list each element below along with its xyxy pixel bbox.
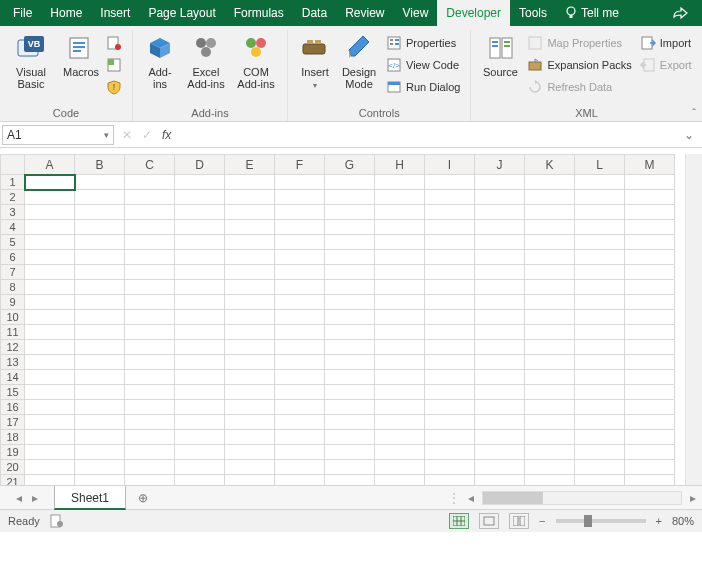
cell[interactable] <box>125 430 175 445</box>
cell[interactable] <box>175 175 225 190</box>
cell[interactable] <box>75 460 125 475</box>
cell[interactable] <box>325 175 375 190</box>
insert-control-button[interactable]: Insert ▾ <box>294 30 336 94</box>
cell[interactable] <box>275 340 325 355</box>
cell[interactable] <box>375 220 425 235</box>
cell[interactable] <box>625 430 675 445</box>
tab-insert[interactable]: Insert <box>91 0 139 26</box>
chevron-down-icon[interactable]: ▾ <box>104 130 109 140</box>
cell[interactable] <box>25 340 75 355</box>
cell[interactable] <box>625 280 675 295</box>
cell[interactable] <box>625 445 675 460</box>
cell[interactable] <box>225 205 275 220</box>
cell[interactable] <box>175 205 225 220</box>
row-header[interactable]: 5 <box>1 235 25 250</box>
cell[interactable] <box>425 340 475 355</box>
tab-formulas[interactable]: Formulas <box>225 0 293 26</box>
cell[interactable] <box>175 460 225 475</box>
cell[interactable] <box>525 325 575 340</box>
cell[interactable] <box>475 415 525 430</box>
cell[interactable] <box>625 370 675 385</box>
cell[interactable] <box>175 310 225 325</box>
properties-button[interactable]: Properties <box>382 32 464 54</box>
hscroll-right-button[interactable]: ▸ <box>690 491 696 505</box>
cell[interactable] <box>325 340 375 355</box>
cell[interactable] <box>325 295 375 310</box>
cell[interactable] <box>625 325 675 340</box>
design-mode-button[interactable]: Design Mode <box>336 30 382 92</box>
cell[interactable] <box>575 355 625 370</box>
cell[interactable] <box>275 475 325 487</box>
cell[interactable] <box>75 355 125 370</box>
cell[interactable] <box>425 445 475 460</box>
cell[interactable] <box>625 265 675 280</box>
cell[interactable] <box>625 310 675 325</box>
formula-bar-expand-button[interactable]: ⌄ <box>682 128 696 142</box>
cell[interactable] <box>25 250 75 265</box>
cell[interactable] <box>325 235 375 250</box>
row-header[interactable]: 9 <box>1 295 25 310</box>
cell[interactable] <box>425 385 475 400</box>
cell[interactable] <box>325 445 375 460</box>
column-header[interactable]: K <box>525 155 575 175</box>
cell[interactable] <box>425 205 475 220</box>
cell[interactable] <box>125 400 175 415</box>
com-addins-button[interactable]: COM Add-ins <box>231 30 281 92</box>
cell[interactable] <box>275 250 325 265</box>
cell[interactable] <box>625 220 675 235</box>
cell[interactable] <box>75 175 125 190</box>
cell[interactable] <box>625 475 675 487</box>
cell[interactable] <box>25 475 75 487</box>
cell[interactable] <box>175 445 225 460</box>
cell[interactable] <box>625 460 675 475</box>
cell[interactable] <box>225 460 275 475</box>
cell[interactable] <box>25 460 75 475</box>
cell[interactable] <box>325 430 375 445</box>
cell[interactable] <box>275 400 325 415</box>
add-sheet-button[interactable]: ⊕ <box>132 487 154 509</box>
cell[interactable] <box>625 355 675 370</box>
cell[interactable] <box>275 280 325 295</box>
cell[interactable] <box>325 370 375 385</box>
cell[interactable] <box>425 325 475 340</box>
column-header[interactable]: B <box>75 155 125 175</box>
macro-security-button[interactable]: ! <box>102 76 126 98</box>
cell[interactable] <box>225 445 275 460</box>
cell[interactable] <box>25 415 75 430</box>
cell[interactable] <box>375 445 425 460</box>
row-header[interactable]: 17 <box>1 415 25 430</box>
cell[interactable] <box>575 475 625 487</box>
column-header[interactable]: J <box>475 155 525 175</box>
cell[interactable] <box>25 265 75 280</box>
cell[interactable] <box>175 400 225 415</box>
cell[interactable] <box>475 265 525 280</box>
macros-button[interactable]: Macros <box>56 30 106 80</box>
tab-developer[interactable]: Developer <box>437 0 510 26</box>
excel-addins-button[interactable]: Excel Add-ins <box>181 30 231 92</box>
cell[interactable] <box>225 415 275 430</box>
cell[interactable] <box>575 415 625 430</box>
cell[interactable] <box>125 370 175 385</box>
cell[interactable] <box>175 415 225 430</box>
cell[interactable] <box>425 475 475 487</box>
cell[interactable] <box>575 460 625 475</box>
column-header[interactable]: I <box>425 155 475 175</box>
cell[interactable] <box>275 235 325 250</box>
cell[interactable] <box>475 250 525 265</box>
ribbon-collapse-button[interactable]: ˆ <box>692 107 696 119</box>
cell[interactable] <box>575 430 625 445</box>
cell[interactable] <box>375 235 425 250</box>
cell[interactable] <box>425 415 475 430</box>
cell[interactable] <box>325 280 375 295</box>
horizontal-scrollbar[interactable] <box>482 491 682 505</box>
cell[interactable] <box>275 415 325 430</box>
cell[interactable] <box>25 235 75 250</box>
cell[interactable] <box>175 370 225 385</box>
cell[interactable] <box>575 385 625 400</box>
cell[interactable] <box>25 280 75 295</box>
cell[interactable] <box>225 250 275 265</box>
cell[interactable] <box>275 355 325 370</box>
cell[interactable] <box>575 400 625 415</box>
cell[interactable] <box>125 415 175 430</box>
cell[interactable] <box>75 400 125 415</box>
